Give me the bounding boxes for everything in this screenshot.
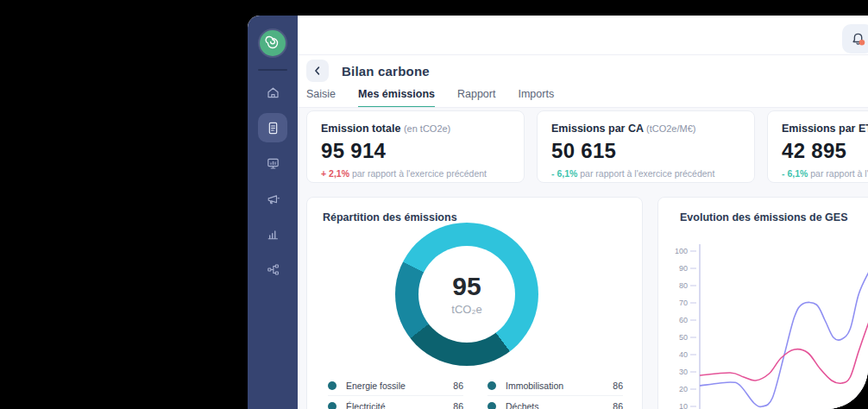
- kpi-card-emissions-par-etp: Emissions par ETP (tCO2e/ETP) 42 895 - 6…: [767, 110, 868, 183]
- kpi-delta-row: - 6,1% par rapport à l'exercice précéden…: [551, 168, 740, 179]
- topbar: [298, 16, 868, 55]
- sidebar-item-documents[interactable]: [258, 113, 287, 142]
- kpi-title-text: Emissions par ETP: [782, 123, 868, 135]
- legend-label: Déchets: [506, 401, 613, 409]
- kpi-unit: (en tCO2e): [404, 123, 450, 134]
- svg-text:100: 100: [675, 247, 688, 255]
- donut-chart-card: Répartition des émissions 95 tCO₂e Energ…: [306, 197, 643, 409]
- kpi-value: 42 895: [782, 139, 868, 163]
- kpi-delta-suffix: par rapport à l'exercice précédent: [349, 168, 487, 179]
- page-header: Bilan carbone: [306, 59, 430, 83]
- document-icon: [266, 121, 280, 135]
- charts-row: Répartition des émissions 95 tCO₂e Energ…: [306, 197, 868, 409]
- sidebar-item-home[interactable]: [258, 78, 287, 107]
- kpi-title-text: Emissions par CA: [551, 123, 644, 135]
- legend-item-dechets[interactable]: Déchets 86: [487, 396, 623, 409]
- svg-text:50: 50: [679, 333, 688, 342]
- donut-center-value: 95: [452, 274, 481, 299]
- sidebar-nav: [248, 78, 298, 290]
- kpi-delta-row: - 6,1% par rapport à l'exercice précéden…: [782, 168, 868, 179]
- svg-text:30: 30: [679, 368, 688, 376]
- legend-value: 86: [453, 401, 463, 409]
- hierarchy-icon: [266, 262, 280, 277]
- sidebar-divider: [258, 69, 287, 71]
- kpi-title: Emission totale (en tCO2e): [321, 123, 510, 135]
- tab-rapport[interactable]: Rapport: [457, 88, 495, 108]
- sidebar-item-announcements[interactable]: [258, 184, 287, 213]
- app-logo[interactable]: [260, 30, 286, 56]
- legend-value: 86: [453, 381, 463, 391]
- kpi-title-text: Emission totale: [321, 123, 400, 135]
- svg-text:20: 20: [679, 385, 688, 393]
- tab-mes-emissions[interactable]: Mes émissions: [358, 88, 435, 108]
- kpi-delta-suffix: par rapport à l'exercice précédent: [808, 168, 868, 179]
- screenshot-stage: Bilan carbone Saisie Mes émissions Rappo…: [0, 0, 868, 409]
- sidebar: [248, 16, 298, 409]
- spiral-logo-icon: [265, 35, 280, 51]
- svg-text:10: 10: [679, 402, 688, 409]
- svg-text:90: 90: [679, 264, 688, 273]
- home-icon: [266, 85, 280, 100]
- kpi-title: Emissions par CA (tCO2e/M€): [551, 123, 740, 135]
- line-chart-card: Evolution des émissions de GES 100908070…: [657, 197, 868, 409]
- kpi-value: 50 615: [551, 139, 740, 163]
- legend-dot: [328, 381, 337, 390]
- tab-saisie[interactable]: Saisie: [306, 88, 336, 108]
- back-button[interactable]: [306, 60, 329, 82]
- legend-value: 86: [613, 381, 623, 391]
- megaphone-icon: [266, 192, 280, 206]
- tab-imports[interactable]: Imports: [518, 88, 554, 108]
- kpi-delta-suffix: par rapport à l'exercice précédent: [577, 168, 714, 179]
- legend-dot: [487, 381, 496, 390]
- sidebar-item-analytics[interactable]: [258, 219, 287, 249]
- chevron-left-icon: [311, 65, 324, 77]
- sidebar-item-dashboard[interactable]: [258, 148, 287, 178]
- legend-item-immobilisation[interactable]: Immobilisation 86: [487, 375, 623, 396]
- donut-legend: Energie fossile 86 Immobilisation 86 Éle…: [328, 375, 623, 409]
- notifications-button[interactable]: [842, 24, 868, 53]
- app-window: Bilan carbone Saisie Mes émissions Rappo…: [248, 16, 868, 409]
- donut-center-unit: tCO₂e: [451, 303, 481, 316]
- kpi-unit: (tCO2e/M€): [646, 123, 695, 134]
- kpi-card-emission-totale: Emission totale (en tCO2e) 95 914 + 2,1%…: [306, 110, 525, 183]
- legend-label: Energie fossile: [346, 381, 453, 391]
- legend-value: 86: [613, 401, 623, 409]
- svg-text:60: 60: [679, 316, 688, 324]
- kpi-delta: - 6,1%: [782, 168, 808, 179]
- monitor-icon: [266, 156, 280, 171]
- bell-icon: [850, 31, 866, 47]
- page-title: Bilan carbone: [342, 64, 430, 79]
- legend-dot: [328, 402, 337, 409]
- donut-chart-title: Répartition des émissions: [323, 211, 457, 223]
- page-content: Emission totale (en tCO2e) 95 914 + 2,1%…: [298, 108, 868, 409]
- kpi-value: 95 914: [321, 139, 510, 163]
- serie-rose: [700, 322, 868, 383]
- serie-bleue: [700, 272, 868, 406]
- legend-item-electricite[interactable]: Électricité 86: [328, 396, 463, 409]
- kpi-title: Emissions par ETP (tCO2e/ETP): [782, 123, 868, 135]
- legend-item-energie-fossile[interactable]: Energie fossile 86: [328, 375, 463, 396]
- legend-dot: [487, 402, 496, 409]
- notification-dot: [859, 40, 865, 46]
- donut-center: 95 tCO₂e: [418, 246, 515, 343]
- tab-bar: Saisie Mes émissions Rapport Imports: [306, 88, 868, 108]
- kpi-delta-row: + 2,1% par rapport à l'exercice précéden…: [321, 168, 510, 179]
- kpi-delta: - 6,1%: [551, 168, 577, 179]
- legend-label: Électricité: [346, 401, 453, 409]
- bar-chart-icon: [266, 227, 280, 242]
- donut-ring: 95 tCO₂e: [395, 223, 538, 366]
- svg-text:70: 70: [679, 299, 688, 307]
- kpi-delta: + 2,1%: [321, 168, 349, 179]
- legend-label: Immobilisation: [506, 381, 613, 391]
- main-area: Bilan carbone Saisie Mes émissions Rappo…: [298, 16, 868, 409]
- line-chart: 100908070605040302010: [658, 198, 868, 409]
- kpi-row: Emission totale (en tCO2e) 95 914 + 2,1%…: [306, 110, 868, 183]
- sidebar-item-organization[interactable]: [258, 255, 287, 284]
- svg-text:80: 80: [679, 281, 688, 290]
- kpi-card-emissions-par-ca: Emissions par CA (tCO2e/M€) 50 615 - 6,1…: [537, 110, 755, 183]
- svg-text:40: 40: [679, 350, 688, 359]
